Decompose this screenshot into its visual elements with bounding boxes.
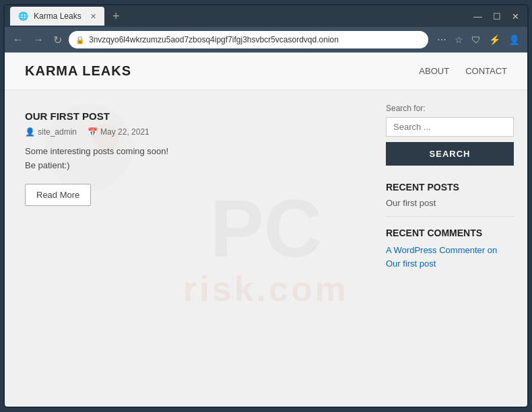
excerpt-line1: Some interesting posts coming soon! (25, 145, 359, 159)
nav-contact[interactable]: CONTACT (465, 66, 507, 76)
author-name: site_admin (38, 127, 77, 137)
window-controls: — ☐ ✕ (471, 11, 522, 22)
post-meta: 👤 site_admin 📅 May 22, 2021 (25, 127, 359, 137)
site-nav: ABOUT CONTACT (419, 66, 507, 76)
post-title: OUR FIRST POST (25, 110, 359, 122)
page-content: KARMA LEAKS ABOUT CONTACT PC risk.com OU… (5, 53, 527, 407)
tab-close-icon[interactable]: ✕ (90, 12, 96, 21)
post-author: 👤 site_admin (25, 127, 77, 137)
recent-posts-title: RECENT POSTS (386, 179, 514, 193)
post-date: 📅 May 22, 2021 (88, 127, 149, 137)
recent-post-link[interactable]: Our first post (386, 198, 514, 208)
excerpt-line2: Be patient:) (25, 159, 359, 173)
url-field[interactable]: 🔒 3nvzqyo6l4wkrzumzu5aod7zbosq4ipgf7ifgj… (69, 31, 428, 48)
browser-tab[interactable]: 🌐 Karma Leaks ✕ (10, 7, 104, 26)
search-input[interactable] (386, 117, 514, 137)
author-icon: 👤 (25, 127, 35, 137)
read-more-button[interactable]: Read More (25, 184, 91, 206)
back-button[interactable]: ← (10, 32, 26, 47)
site-title: KARMA LEAKS (25, 63, 419, 79)
minimize-button[interactable]: — (471, 11, 485, 22)
lock-icon: 🔒 (75, 36, 85, 44)
shield-icon[interactable]: 🛡 (469, 34, 483, 45)
site-header: KARMA LEAKS ABOUT CONTACT (5, 53, 527, 90)
post-date-text: May 22, 2021 (100, 127, 149, 137)
post-excerpt: Some interesting posts coming soon! Be p… (25, 145, 359, 173)
address-actions: ⋯ ☆ 🛡 ⚡ 👤 (435, 34, 522, 45)
tab-title: Karma Leaks (34, 11, 81, 21)
sidebar: Search for: SEARCH RECENT POSTS Our firs… (379, 90, 527, 407)
tab-favicon: 🌐 (18, 11, 28, 21)
main-layout: PC risk.com OUR FIRST POST 👤 site_admin … (5, 90, 527, 407)
recent-comment: A WordPress Commenter on Our first post (386, 244, 514, 270)
search-label: Search for: (386, 104, 514, 113)
nav-about[interactable]: ABOUT (419, 66, 449, 76)
profile-icon[interactable]: 👤 (506, 34, 522, 45)
bookmark-icon[interactable]: ☆ (453, 34, 465, 45)
url-text: 3nvzqyo6l4wkrzumzu5aod7zbosq4ipgf7ifgj3h… (89, 35, 339, 44)
content-area: OUR FIRST POST 👤 site_admin 📅 May 22, 20… (5, 90, 379, 407)
search-button[interactable]: SEARCH (386, 142, 514, 166)
extension-icon[interactable]: ⚡ (487, 34, 502, 45)
close-window-button[interactable]: ✕ (509, 11, 522, 22)
new-tab-button[interactable]: + (107, 9, 125, 24)
comment-author-link[interactable]: A WordPress Commenter (386, 245, 485, 255)
recent-comments-title: RECENT COMMENTS (386, 225, 514, 238)
address-bar: ← → ↻ 🔒 3nvzqyo6l4wkrzumzu5aod7zbosq4ipg… (5, 27, 527, 53)
browser-window: 🌐 Karma Leaks ✕ + — ☐ ✕ ← → ↻ 🔒 3nvzqyo6… (3, 4, 529, 408)
more-options-icon[interactable]: ⋯ (435, 34, 448, 45)
sidebar-divider (386, 216, 514, 217)
title-bar: 🌐 Karma Leaks ✕ + — ☐ ✕ (5, 5, 527, 27)
date-icon: 📅 (88, 127, 98, 137)
forward-button[interactable]: → (30, 32, 46, 47)
restore-button[interactable]: ☐ (490, 11, 504, 22)
refresh-button[interactable]: ↻ (51, 32, 65, 48)
